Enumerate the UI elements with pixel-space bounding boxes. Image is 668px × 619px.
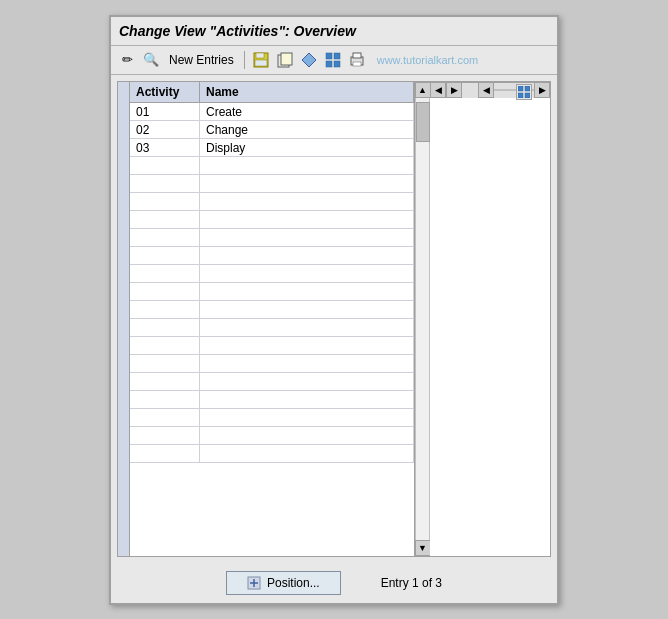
activity-cell <box>130 175 200 192</box>
svg-rect-14 <box>525 86 530 91</box>
name-cell <box>200 283 414 300</box>
name-cell <box>200 175 414 192</box>
activity-cell: 02 <box>130 121 200 138</box>
name-cell <box>200 193 414 210</box>
table-with-selector: Activity Name 01Create02Change03Display … <box>118 82 430 556</box>
svg-rect-8 <box>326 61 332 67</box>
name-cell <box>200 301 414 318</box>
table-row[interactable] <box>130 373 414 391</box>
table-row[interactable] <box>130 409 414 427</box>
svg-rect-15 <box>518 93 523 98</box>
svg-rect-2 <box>255 60 267 66</box>
table-row[interactable] <box>130 427 414 445</box>
svg-rect-1 <box>256 53 264 58</box>
new-entries-button[interactable]: New Entries <box>165 51 238 69</box>
name-cell: Create <box>200 103 414 120</box>
table-row[interactable] <box>130 229 414 247</box>
title-bar: Change View "Activities": Overview <box>111 17 557 46</box>
table-row[interactable] <box>130 445 414 463</box>
svg-marker-5 <box>302 53 316 67</box>
pencil-icon[interactable]: ✏ <box>117 50 137 70</box>
table-body: 01Create02Change03Display <box>130 103 414 556</box>
table-row[interactable] <box>130 211 414 229</box>
activity-cell <box>130 445 200 462</box>
table-row[interactable] <box>130 247 414 265</box>
name-cell <box>200 337 414 354</box>
scroll-left-arrow[interactable]: ◀ <box>430 82 446 98</box>
main-window: Change View "Activities": Overview ✏ 🔍 N… <box>109 15 559 605</box>
activity-cell: 03 <box>130 139 200 156</box>
svg-rect-11 <box>353 53 361 58</box>
table-row[interactable] <box>130 157 414 175</box>
table-row[interactable] <box>130 301 414 319</box>
separator-1 <box>244 51 245 69</box>
name-cell <box>200 157 414 174</box>
scrollbar-track-v[interactable] <box>415 98 430 540</box>
table-row[interactable] <box>130 175 414 193</box>
scroll-right-arrow[interactable]: ▶ <box>446 82 462 98</box>
table-row[interactable] <box>130 337 414 355</box>
window-title: Change View "Activities": Overview <box>119 23 356 39</box>
activity-cell <box>130 427 200 444</box>
watermark: www.tutorialkart.com <box>377 54 478 66</box>
activity-cell: 01 <box>130 103 200 120</box>
activity-cell <box>130 211 200 228</box>
scroll-up-arrow[interactable]: ▲ <box>415 82 431 98</box>
name-cell <box>200 319 414 336</box>
table-row[interactable] <box>130 283 414 301</box>
activity-cell <box>130 319 200 336</box>
name-cell: Display <box>200 139 414 156</box>
vertical-scrollbar[interactable]: ▲ ▼ <box>414 82 430 556</box>
name-cell <box>200 373 414 390</box>
table-row[interactable]: 01Create <box>130 103 414 121</box>
position-icon <box>247 576 261 590</box>
activity-cell <box>130 283 200 300</box>
activity-cell <box>130 265 200 282</box>
table-row[interactable] <box>130 355 414 373</box>
table-inner: Activity Name 01Create02Change03Display <box>130 82 414 556</box>
table-row[interactable] <box>130 193 414 211</box>
table-row[interactable]: 03Display <box>130 139 414 157</box>
position-button-label: Position... <box>267 576 320 590</box>
name-cell: Change <box>200 121 414 138</box>
entry-info: Entry 1 of 3 <box>381 576 442 590</box>
copy-icon[interactable] <box>275 50 295 70</box>
print-icon[interactable] <box>347 50 367 70</box>
column-chooser-icon[interactable] <box>516 84 532 100</box>
activity-cell <box>130 193 200 210</box>
table-row[interactable]: 02Change <box>130 121 414 139</box>
svg-rect-13 <box>518 86 523 91</box>
activity-cell <box>130 391 200 408</box>
search-icon[interactable]: 🔍 <box>141 50 161 70</box>
footer: Position... Entry 1 of 3 <box>111 563 557 603</box>
activity-cell <box>130 247 200 264</box>
scrollbar-thumb-v[interactable] <box>416 102 430 142</box>
col-header-name: Name <box>200 82 414 102</box>
toolbar: ✏ 🔍 New Entries <box>111 46 557 75</box>
svg-rect-7 <box>334 53 340 59</box>
table-row[interactable] <box>130 391 414 409</box>
name-cell <box>200 355 414 372</box>
table-container: Activity Name 01Create02Change03Display … <box>117 81 551 557</box>
save-icon[interactable] <box>251 50 271 70</box>
name-cell <box>200 247 414 264</box>
position-button[interactable]: Position... <box>226 571 341 595</box>
svg-rect-9 <box>334 61 340 67</box>
grid-icon[interactable] <box>323 50 343 70</box>
scroll-down-arrow[interactable]: ▼ <box>415 540 431 556</box>
svg-rect-4 <box>281 53 292 65</box>
name-cell <box>200 427 414 444</box>
diamond-icon[interactable] <box>299 50 319 70</box>
name-cell <box>200 229 414 246</box>
table-header: Activity Name <box>130 82 414 103</box>
activity-cell <box>130 301 200 318</box>
name-cell <box>200 265 414 282</box>
table-row[interactable] <box>130 319 414 337</box>
scroll-left-arrow-2[interactable]: ◀ <box>478 82 494 98</box>
table-row[interactable] <box>130 265 414 283</box>
horizontal-scrollbar[interactable]: ◀ ▶ ◀ ▶ <box>430 82 550 98</box>
activity-cell <box>130 337 200 354</box>
activity-cell <box>130 409 200 426</box>
scroll-right-arrow-2[interactable]: ▶ <box>534 82 550 98</box>
activity-cell <box>130 157 200 174</box>
